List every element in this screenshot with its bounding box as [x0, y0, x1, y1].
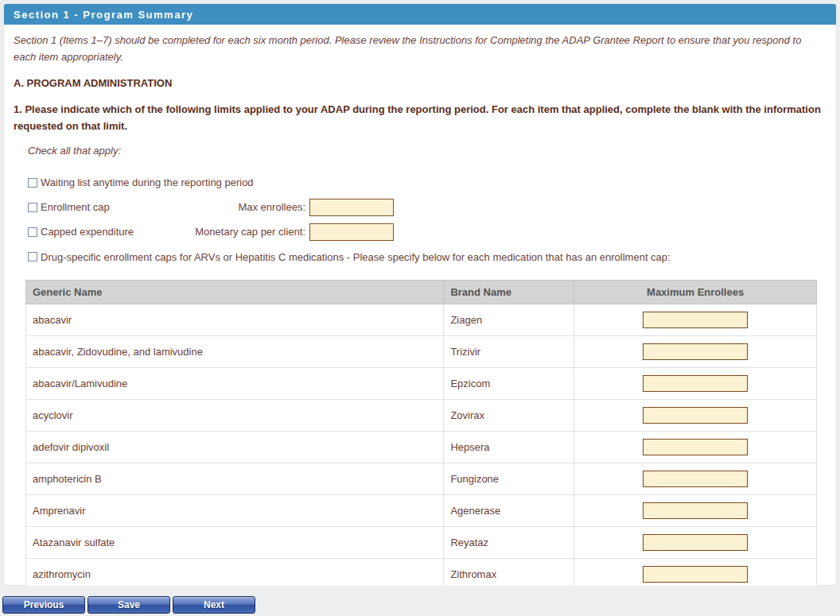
- enrollment-cap-checkbox[interactable]: [28, 203, 37, 212]
- table-row: AmprenavirAgenerase: [26, 495, 817, 527]
- max-enrollees-input[interactable]: [643, 534, 748, 551]
- drug-specific-caps-checkbox[interactable]: [28, 252, 37, 262]
- next-button[interactable]: Next: [173, 596, 255, 614]
- section-title-bar: Section 1 - Program Summary: [4, 4, 836, 25]
- page-title: Section 1 - Program Summary: [14, 9, 193, 21]
- checkbox-group: Waiting list anytime during the reportin…: [28, 170, 826, 267]
- max-enrollees-cell: [574, 400, 817, 432]
- max-enrollees-cell: [574, 336, 817, 368]
- max-enrollees-cell: [574, 368, 817, 400]
- maximum-enrollees-header: Maximum Enrollees: [574, 281, 817, 304]
- generic-name-cell: amphotericin B: [26, 463, 444, 495]
- table-row: abacavirZiagen: [26, 304, 817, 336]
- brand-name-header: Brand Name: [444, 281, 574, 304]
- brand-name-cell: Agenerase: [444, 495, 574, 527]
- main-content: Section 1 (Items 1–7) should be complete…: [4, 25, 836, 616]
- waiting-list-row: Waiting list anytime during the reportin…: [28, 170, 815, 195]
- table-row: Atazanavir sulfateReyataz: [26, 527, 817, 559]
- max-enrollees-input[interactable]: [643, 502, 748, 519]
- monetary-cap-field[interactable]: [309, 223, 394, 241]
- generic-name-cell: adefovir dipivoxil: [26, 432, 444, 463]
- generic-name-cell: abacavir/Lamivudine: [26, 368, 444, 400]
- section-heading: A. PROGRAM ADMINISTRATION: [14, 77, 826, 89]
- max-enrollees-cell: [574, 304, 817, 336]
- max-enrollees-field[interactable]: [309, 199, 394, 216]
- max-enrollees-input[interactable]: [643, 343, 748, 360]
- brand-name-cell: Reyataz: [444, 527, 574, 559]
- drug-table-header-row: Generic Name Brand Name Maximum Enrollee…: [26, 281, 817, 304]
- capped-expenditure-checkbox[interactable]: [28, 227, 37, 237]
- max-enrollees-input[interactable]: [643, 439, 748, 455]
- max-enrollees-input[interactable]: [643, 566, 748, 583]
- monetary-cap-label: Monetary cap per client:: [134, 226, 309, 238]
- brand-name-cell: Fungizone: [444, 463, 574, 495]
- drug-table: Generic Name Brand Name Maximum Enrollee…: [25, 280, 817, 616]
- generic-name-cell: Atazanavir sulfate: [26, 527, 444, 559]
- max-enrollees-cell: [574, 432, 817, 463]
- generic-name-cell: Amprenavir: [26, 495, 444, 527]
- max-enrollees-label: Max enrollees:: [110, 201, 309, 213]
- waiting-list-label: Waiting list anytime during the reportin…: [41, 176, 254, 188]
- previous-button[interactable]: Previous: [2, 596, 85, 614]
- question-1-text: 1. Please indicate which of the followin…: [14, 101, 826, 134]
- table-row: acyclovirZovirax: [26, 400, 817, 432]
- max-enrollees-input[interactable]: [643, 375, 748, 392]
- max-enrollees-input[interactable]: [643, 407, 748, 424]
- save-button[interactable]: Save: [88, 596, 170, 614]
- table-row: abacavir/LamivudineEpzicom: [26, 368, 817, 400]
- brand-name-cell: Hepsera: [444, 432, 574, 463]
- capped-expenditure-label: Capped expenditure: [41, 226, 134, 238]
- brand-name-cell: Trizivir: [444, 336, 574, 368]
- max-enrollees-cell: [574, 495, 817, 527]
- max-enrollees-cell: [574, 463, 817, 495]
- drug-specific-caps-row: Drug-specific enrollment caps for ARVs o…: [28, 246, 815, 267]
- enrollment-cap-label: Enrollment cap: [41, 201, 110, 213]
- capped-expenditure-row: Capped expenditure Monetary cap per clie…: [28, 219, 394, 244]
- table-row: amphotericin BFungizone: [26, 463, 817, 495]
- check-all-instruction: Check all that apply:: [28, 145, 826, 157]
- waiting-list-checkbox[interactable]: [28, 178, 37, 188]
- brand-name-cell: Ziagen: [444, 304, 574, 336]
- generic-name-header: Generic Name: [26, 281, 444, 304]
- generic-name-cell: abacavir, Zidovudine, and lamivudine: [26, 336, 444, 368]
- enrollment-cap-row: Enrollment cap Max enrollees:: [28, 195, 394, 219]
- generic-name-cell: acyclovir: [26, 400, 444, 432]
- content-panel: Section 1 - Program Summary Section 1 (I…: [3, 3, 837, 586]
- footer-bar: Previous Save Next: [0, 586, 840, 616]
- table-row: adefovir dipivoxilHepsera: [26, 432, 817, 463]
- max-enrollees-input[interactable]: [643, 312, 748, 328]
- max-enrollees-input[interactable]: [643, 471, 748, 487]
- intro-text: Section 1 (Items 1–7) should be complete…: [14, 32, 825, 65]
- generic-name-cell: abacavir: [26, 304, 444, 336]
- drug-specific-caps-label: Drug-specific enrollment caps for ARVs o…: [41, 251, 671, 263]
- brand-name-cell: Epzicom: [444, 368, 574, 400]
- brand-name-cell: Zovirax: [444, 400, 574, 432]
- max-enrollees-cell: [574, 527, 817, 559]
- table-row: abacavir, Zidovudine, and lamivudineTriz…: [26, 336, 817, 368]
